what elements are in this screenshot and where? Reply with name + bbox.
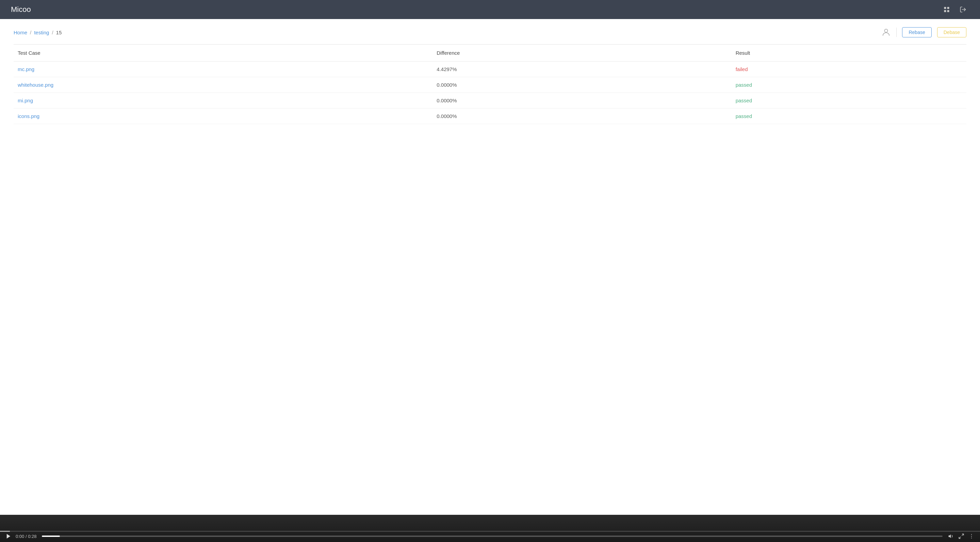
play-icon — [5, 533, 11, 539]
test-case-link[interactable]: mi.png — [18, 98, 33, 103]
table-row: mc.png4.4297%failed — [14, 62, 966, 77]
table-cell-test-case: whitehouse.png — [14, 77, 433, 93]
video-more-button[interactable] — [969, 533, 975, 539]
breadcrumb: Home / testing / 15 — [14, 30, 62, 35]
header-actions — [940, 3, 969, 16]
divider-vertical — [896, 27, 897, 37]
svg-rect-3 — [947, 10, 950, 12]
video-seekbar[interactable] — [0, 531, 980, 532]
main-content: Home / testing / 15 Rebase Debase Test C… — [0, 19, 980, 515]
table-cell-test-case: mi.png — [14, 93, 433, 108]
grid-button[interactable] — [940, 3, 953, 16]
table-cell-test-case: mc.png — [14, 62, 433, 77]
breadcrumb-sep-2: / — [52, 30, 53, 35]
table-cell-difference: 0.0000% — [433, 108, 731, 124]
svg-rect-0 — [944, 7, 946, 9]
logout-button[interactable] — [957, 3, 969, 16]
volume-icon — [948, 533, 954, 539]
svg-marker-7 — [949, 534, 951, 538]
video-progress-fill — [42, 536, 60, 537]
rebase-button[interactable]: Rebase — [902, 27, 931, 37]
more-icon — [969, 533, 975, 539]
video-progress-bar[interactable] — [42, 536, 943, 537]
svg-rect-1 — [947, 7, 950, 9]
video-seekbar-fill — [0, 531, 10, 532]
table-cell-difference: 0.0000% — [433, 93, 731, 108]
table-header-row: Test Case Difference Result — [14, 44, 966, 62]
video-time-display: 0:00 / 0:28 — [16, 534, 37, 539]
grid-icon — [943, 6, 950, 13]
table-row: mi.png0.0000%passed — [14, 93, 966, 108]
svg-rect-2 — [944, 10, 946, 12]
app-title: Micoo — [11, 5, 31, 14]
breadcrumb-suite[interactable]: testing — [34, 30, 49, 35]
video-play-button[interactable] — [5, 533, 11, 539]
svg-point-5 — [885, 29, 888, 32]
top-bar: Home / testing / 15 Rebase Debase — [14, 27, 966, 37]
result-badge: passed — [736, 82, 752, 88]
result-badge: failed — [736, 66, 748, 72]
svg-marker-6 — [7, 534, 11, 539]
table-cell-result: passed — [732, 108, 966, 124]
video-controls: 0:00 / 0:28 — [0, 533, 980, 539]
svg-line-9 — [959, 537, 961, 539]
video-bar: 0:00 / 0:28 — [0, 515, 980, 542]
user-icon — [881, 27, 891, 37]
col-header-result: Result — [732, 44, 966, 62]
test-case-link[interactable]: icons.png — [18, 113, 40, 119]
svg-line-8 — [962, 534, 964, 536]
result-badge: passed — [736, 98, 752, 103]
fullscreen-icon — [958, 533, 964, 539]
result-badge: passed — [736, 113, 752, 119]
top-bar-right: Rebase Debase — [881, 27, 966, 37]
col-header-difference: Difference — [433, 44, 731, 62]
test-results-table: Test Case Difference Result mc.png4.4297… — [14, 44, 966, 124]
table-cell-result: passed — [732, 93, 966, 108]
table-cell-result: failed — [732, 62, 966, 77]
video-fullscreen-button[interactable] — [958, 533, 964, 539]
table-row: whitehouse.png0.0000%passed — [14, 77, 966, 93]
app-header: Micoo — [0, 0, 980, 19]
table-cell-difference: 4.4297% — [433, 62, 731, 77]
logout-icon — [959, 6, 966, 13]
table-row: icons.png0.0000%passed — [14, 108, 966, 124]
debase-button[interactable]: Debase — [937, 27, 966, 37]
col-header-test-case: Test Case — [14, 44, 433, 62]
svg-point-12 — [971, 537, 972, 538]
svg-point-11 — [971, 536, 972, 537]
table-cell-difference: 0.0000% — [433, 77, 731, 93]
table-cell-result: passed — [732, 77, 966, 93]
breadcrumb-home[interactable]: Home — [14, 30, 27, 35]
video-right-controls — [948, 533, 975, 539]
breadcrumb-run: 15 — [56, 30, 62, 35]
test-case-link[interactable]: whitehouse.png — [18, 82, 53, 88]
video-volume-button[interactable] — [948, 533, 954, 539]
svg-point-10 — [971, 534, 972, 535]
table-cell-test-case: icons.png — [14, 108, 433, 124]
breadcrumb-sep-1: / — [30, 30, 31, 35]
test-case-link[interactable]: mc.png — [18, 66, 34, 72]
